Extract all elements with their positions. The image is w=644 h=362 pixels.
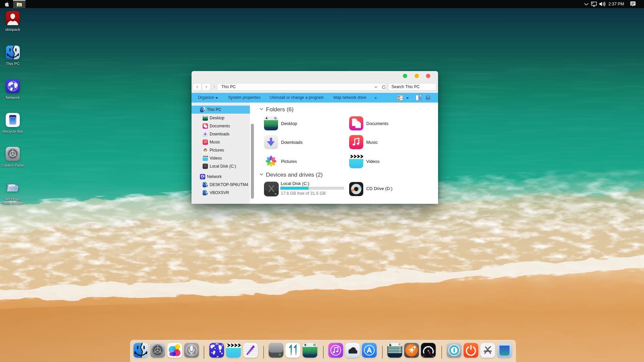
svg-text:?: ?: [427, 96, 429, 100]
